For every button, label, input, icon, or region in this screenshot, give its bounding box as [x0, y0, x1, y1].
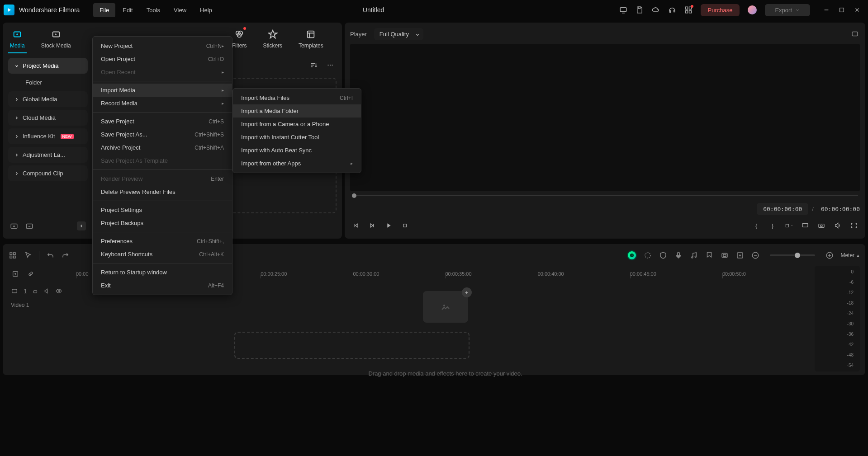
- sidebar-cloud-media[interactable]: Cloud Media: [8, 110, 88, 126]
- svg-point-29: [630, 254, 634, 257]
- menu-archive[interactable]: Archive ProjectCtrl+Shift+A: [93, 141, 232, 154]
- menu-delete-preview[interactable]: Delete Preview Render Files: [93, 185, 232, 198]
- cursor-icon[interactable]: [24, 251, 33, 260]
- add-media-button[interactable]: +: [462, 287, 472, 297]
- mark-out-icon[interactable]: }: [768, 221, 777, 230]
- volume-icon[interactable]: [834, 221, 842, 230]
- sidebar-adjustment[interactable]: Adjustment La...: [8, 147, 88, 163]
- grid-icon[interactable]: [8, 251, 17, 260]
- menu-save-project[interactable]: Save ProjectCtrl+S: [93, 115, 232, 128]
- menu-open-recent: Open Recent▸: [93, 66, 232, 79]
- track-header-1[interactable]: 1: [8, 282, 76, 300]
- step-back-icon[interactable]: [368, 221, 376, 230]
- redo-icon[interactable]: [61, 251, 70, 260]
- mark-in-icon[interactable]: {: [752, 221, 760, 230]
- svg-rect-20: [403, 224, 407, 227]
- display-icon[interactable]: [801, 221, 809, 230]
- sidebar-folder[interactable]: Folder: [19, 76, 88, 89]
- menu-new-project[interactable]: New ProjectCtrl+N▸: [93, 39, 232, 52]
- zoom-slider[interactable]: [770, 254, 815, 256]
- tab-templates[interactable]: Templates: [297, 26, 325, 53]
- player-scrubber[interactable]: [350, 191, 860, 200]
- player-viewport[interactable]: [350, 44, 860, 191]
- undo-icon[interactable]: [46, 251, 55, 260]
- tab-media[interactable]: Media: [8, 26, 27, 53]
- svg-rect-19: [852, 32, 858, 36]
- submenu-import-beat[interactable]: Import with Auto Beat Sync: [233, 144, 361, 157]
- track-lock-icon[interactable]: [32, 288, 38, 294]
- timeline-add-icon[interactable]: [11, 269, 20, 278]
- sidebar-influence-kit[interactable]: Influence KitNEW: [8, 128, 88, 144]
- svg-rect-13: [308, 31, 314, 38]
- save-icon[interactable]: [636, 6, 644, 14]
- player-label: Player: [350, 31, 367, 38]
- delete-folder-icon[interactable]: [25, 222, 33, 230]
- menu-preferences[interactable]: PreferencesCtrl+Shift+,: [93, 235, 232, 248]
- menu-shortcuts[interactable]: Keyboard ShortcutsCtrl+Alt+K: [93, 248, 232, 261]
- more-icon[interactable]: [324, 59, 337, 71]
- add-track-icon[interactable]: [735, 251, 745, 260]
- tab-stock-media[interactable]: Stock Media: [39, 26, 73, 53]
- prev-frame-icon[interactable]: [352, 221, 360, 230]
- tab-filters[interactable]: Filters: [230, 26, 249, 53]
- apps-icon[interactable]: [684, 6, 693, 14]
- quality-select[interactable]: Full Quality: [374, 28, 423, 40]
- submenu-import-cutter[interactable]: Import with Instant Cutter Tool: [233, 131, 361, 144]
- link-icon[interactable]: [26, 269, 35, 278]
- time-current: 00:00:00:00: [757, 203, 808, 215]
- minimize-button[interactable]: [823, 6, 830, 14]
- meter-label[interactable]: Meter ▲: [840, 252, 860, 259]
- document-title: Untitled: [128, 6, 619, 14]
- collapse-sidebar-button[interactable]: [77, 221, 86, 230]
- close-button[interactable]: [854, 6, 861, 14]
- ai-badge[interactable]: [627, 250, 637, 260]
- play-icon[interactable]: [384, 221, 393, 230]
- menu-file[interactable]: File: [93, 3, 115, 17]
- submenu-import-camera[interactable]: Import from a Camera or a Phone: [233, 118, 361, 131]
- sort-icon[interactable]: [308, 59, 320, 71]
- sidebar-global-media[interactable]: Global Media: [8, 91, 88, 107]
- stop-icon[interactable]: [401, 221, 409, 230]
- zoom-out-icon[interactable]: [751, 251, 760, 260]
- menu-project-backups[interactable]: Project Backups: [93, 216, 232, 230]
- sidebar-project-media[interactable]: Project Media: [8, 58, 88, 74]
- audio-icon[interactable]: [689, 251, 698, 260]
- fullscreen-icon[interactable]: [850, 221, 858, 230]
- empty-media-placeholder[interactable]: +: [423, 291, 468, 323]
- svg-point-45: [443, 305, 445, 306]
- headset-icon[interactable]: [668, 6, 676, 14]
- crop-icon[interactable]: [785, 221, 793, 230]
- device-icon[interactable]: [619, 6, 627, 14]
- zoom-in-icon[interactable]: [825, 251, 834, 260]
- menu-open-project[interactable]: Open ProjectCtrl+O: [93, 52, 232, 66]
- menu-save-as[interactable]: Save Project As...Ctrl+Shift+S: [93, 128, 232, 141]
- tab-stickers[interactable]: Stickers: [261, 26, 284, 53]
- export-button[interactable]: Export: [765, 4, 810, 16]
- menu-save-template: Save Project As Template: [93, 154, 232, 167]
- marker-icon[interactable]: [705, 251, 714, 260]
- track-mute-icon[interactable]: [44, 288, 50, 294]
- aspect-icon[interactable]: [720, 251, 729, 260]
- submenu-import-folder[interactable]: Import a Media Folder: [233, 104, 361, 118]
- menu-import-media[interactable]: Import Media▸: [93, 84, 232, 97]
- svg-rect-5: [689, 11, 691, 13]
- submenu-import-apps[interactable]: Import from other Apps▸: [233, 157, 361, 170]
- submenu-import-files[interactable]: Import Media FilesCtrl+I: [233, 91, 361, 104]
- shield-icon[interactable]: [659, 251, 668, 260]
- color-icon[interactable]: [643, 251, 652, 260]
- maximize-button[interactable]: [838, 6, 845, 14]
- camera-icon[interactable]: [817, 221, 825, 230]
- track-visible-icon[interactable]: [56, 288, 62, 294]
- menu-record-media[interactable]: Record Media▸: [93, 97, 232, 110]
- add-folder-icon[interactable]: [10, 222, 18, 230]
- menu-project-settings[interactable]: Project Settings: [93, 203, 232, 216]
- cloud-icon[interactable]: [652, 6, 660, 14]
- timeline-drop-zone[interactable]: [234, 332, 470, 359]
- menu-startup[interactable]: Return to Startup window: [93, 266, 232, 279]
- menu-exit[interactable]: ExitAlt+F4: [93, 279, 232, 292]
- purchase-button[interactable]: Purchase: [701, 4, 740, 16]
- user-avatar[interactable]: [748, 5, 757, 14]
- snapshot-icon[interactable]: [851, 30, 860, 39]
- mic-icon[interactable]: [674, 251, 683, 260]
- sidebar-compound[interactable]: Compound Clip: [8, 165, 88, 181]
